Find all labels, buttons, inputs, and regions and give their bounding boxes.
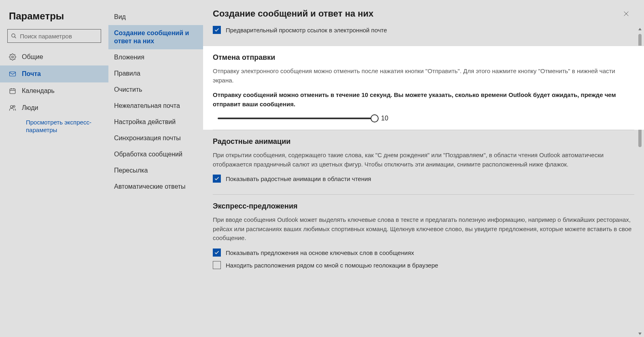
checkbox-geolocation[interactable]	[213, 261, 221, 269]
svg-point-2	[12, 56, 14, 58]
settings-sidebar: Параметры Общие Почта Календарь Люди Про…	[0, 0, 108, 337]
checkbox-label: Показывать предложения на основе ключевы…	[226, 249, 414, 257]
category-mail[interactable]: Почта	[0, 65, 108, 82]
calendar-icon	[9, 87, 16, 95]
sub-item-autoreply[interactable]: Автоматические ответы	[108, 179, 203, 195]
quick-settings-link[interactable]: Просмотреть экспресс-параметры	[26, 119, 100, 134]
section-title: Радостные анимации	[213, 137, 634, 146]
sub-item-handling[interactable]: Обработка сообщений	[108, 146, 203, 162]
svg-point-0	[12, 34, 15, 37]
category-label: Люди	[22, 104, 38, 112]
sub-item-layout[interactable]: Вид	[108, 9, 203, 25]
svg-marker-12	[638, 28, 642, 30]
svg-line-1	[15, 37, 16, 38]
settings-panel: Создание сообщений и ответ на них Предва…	[203, 0, 644, 337]
checkbox-label: Предварительный просмотр ссылок в электр…	[226, 26, 387, 34]
category-people[interactable]: Люди	[0, 99, 108, 116]
svg-point-8	[11, 105, 13, 108]
sub-item-rules[interactable]: Правила	[108, 65, 203, 82]
close-icon	[623, 11, 629, 17]
people-icon	[9, 104, 16, 112]
category-calendar[interactable]: Календарь	[0, 82, 108, 99]
section-desc: Отправку электронного сообщения можно от…	[213, 67, 634, 85]
svg-rect-4	[10, 89, 15, 94]
sub-item-sweep[interactable]: Очистить	[108, 82, 203, 98]
undo-slider[interactable]	[218, 114, 375, 122]
sub-item-customize[interactable]: Настройка действий	[108, 114, 203, 130]
sub-nav: Вид Создание сообщений и ответ на них Вл…	[108, 0, 203, 337]
search-icon	[11, 33, 17, 39]
slider-thumb[interactable]	[371, 114, 379, 122]
section-link-preview: Предварительный просмотр ссылок в электр…	[213, 26, 634, 46]
section-title: Отмена отправки	[213, 53, 634, 62]
settings-title: Параметры	[0, 6, 108, 29]
section-undo-send: Отмена отправки Отправку электронного со…	[203, 46, 644, 130]
section-title: Экспресс-предложения	[213, 202, 634, 211]
gear-icon	[9, 53, 16, 61]
svg-rect-3	[10, 72, 16, 76]
checkbox-link-preview[interactable]	[213, 26, 221, 34]
category-label: Общие	[22, 53, 43, 61]
svg-point-9	[13, 105, 15, 107]
section-bold: Отправку сообщений можно отменить в тече…	[213, 91, 634, 109]
sub-item-compose[interactable]: Создание сообщений и ответ на них	[108, 25, 203, 49]
category-label: Почта	[22, 70, 41, 78]
search-input[interactable]	[20, 33, 97, 40]
sub-item-sync[interactable]: Синхронизация почты	[108, 130, 203, 146]
sub-item-junk[interactable]: Нежелательная почта	[108, 98, 203, 114]
checkbox-joyful[interactable]	[213, 175, 221, 183]
checkbox-label: Показывать радостные анимации в области …	[226, 175, 371, 183]
section-desc: При открытии сообщения, содержащего таки…	[213, 151, 634, 169]
category-label: Календарь	[22, 87, 55, 95]
scroll-down[interactable]	[637, 331, 643, 337]
scroll-up[interactable]	[637, 26, 643, 32]
checkbox-suggest-keywords[interactable]	[213, 249, 221, 257]
sub-item-forwarding[interactable]: Пересылка	[108, 162, 203, 179]
checkbox-label: Находить расположения рядом со мной с по…	[226, 261, 438, 270]
svg-marker-13	[638, 333, 642, 335]
section-joyful: Радостные анимации При открытии сообщени…	[213, 130, 634, 194]
section-desc: При вводе сообщения Outlook может выделя…	[213, 215, 634, 243]
panel-title: Создание сообщений и ответ на них	[213, 8, 620, 19]
search-input-wrap[interactable]	[7, 29, 101, 43]
close-button[interactable]	[620, 7, 633, 20]
section-suggestions: Экспресс-предложения При вводе сообщения…	[213, 194, 634, 281]
slider-value: 10	[381, 115, 388, 122]
mail-icon	[9, 70, 16, 78]
category-general[interactable]: Общие	[0, 48, 108, 65]
sub-item-attachments[interactable]: Вложения	[108, 49, 203, 65]
